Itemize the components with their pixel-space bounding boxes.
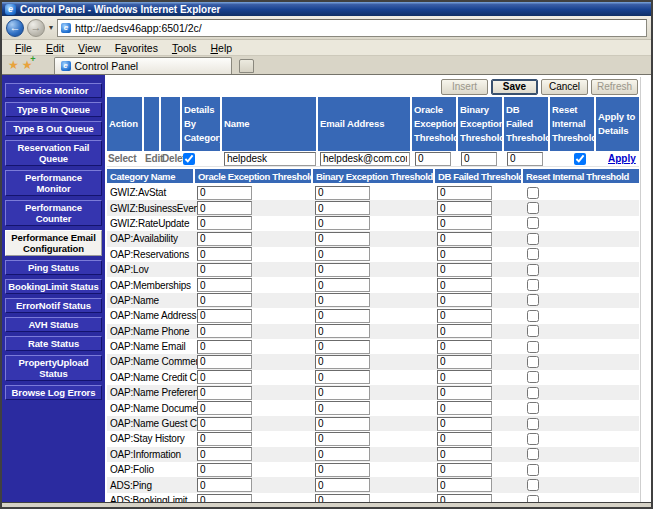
reset-internal-checkbox[interactable] <box>527 418 539 430</box>
binary-threshold-input[interactable] <box>315 386 370 400</box>
db-threshold-input[interactable] <box>437 293 492 307</box>
menu-edit[interactable]: Edit <box>39 42 71 54</box>
sidebar-item-avh-status[interactable]: AVH Status <box>5 317 102 332</box>
db-threshold-input[interactable] <box>437 370 492 384</box>
oracle-threshold-input[interactable] <box>197 247 252 261</box>
oracle-threshold-input[interactable] <box>415 152 451 166</box>
binary-threshold-input[interactable] <box>315 355 370 369</box>
db-threshold-input[interactable] <box>437 417 492 431</box>
db-threshold-input[interactable] <box>437 432 492 446</box>
oracle-threshold-input[interactable] <box>197 447 252 461</box>
oracle-threshold-input[interactable] <box>197 309 252 323</box>
sidebar-item-browse-log-errors[interactable]: Browse Log Errors <box>5 385 102 400</box>
binary-threshold-input[interactable] <box>315 293 370 307</box>
db-threshold-input[interactable] <box>437 232 492 246</box>
binary-threshold-input[interactable] <box>315 340 370 354</box>
menu-tools[interactable]: Tools <box>165 42 204 54</box>
reset-internal-checkbox[interactable] <box>527 464 539 476</box>
oracle-threshold-input[interactable] <box>197 278 252 292</box>
oracle-threshold-input[interactable] <box>197 293 252 307</box>
db-threshold-input[interactable] <box>437 278 492 292</box>
oracle-threshold-input[interactable] <box>197 340 252 354</box>
oracle-threshold-input[interactable] <box>197 432 252 446</box>
reset-internal-checkbox[interactable] <box>527 279 539 291</box>
db-threshold-input[interactable] <box>437 447 492 461</box>
save-button[interactable]: Save <box>491 79 538 95</box>
binary-threshold-input[interactable] <box>315 263 370 277</box>
menu-favorites[interactable]: Favorites <box>108 42 165 54</box>
sidebar-item-type-b-out-queue[interactable]: Type B Out Queue <box>5 121 102 136</box>
binary-threshold-input[interactable] <box>315 278 370 292</box>
sidebar-item-reservation-fail-queue[interactable]: Reservation Fail Queue <box>5 140 102 166</box>
reset-internal-checkbox[interactable] <box>527 202 539 214</box>
binary-threshold-input[interactable] <box>315 370 370 384</box>
sidebar-item-bookinglimit-status[interactable]: BookingLimit Status <box>5 279 102 294</box>
db-threshold-input[interactable] <box>437 263 492 277</box>
binary-threshold-input[interactable] <box>315 417 370 431</box>
history-dropdown-icon[interactable]: ▾ <box>48 23 54 32</box>
reset-internal-checkbox[interactable] <box>527 187 539 199</box>
reset-internal-checkbox[interactable] <box>527 233 539 245</box>
reset-internal-checkbox[interactable] <box>574 153 586 165</box>
sidebar-item-performance-monitor[interactable]: Performance Monitor <box>5 170 102 196</box>
binary-threshold-input[interactable] <box>315 324 370 338</box>
menu-help[interactable]: Help <box>203 42 239 54</box>
oracle-threshold-input[interactable] <box>197 370 252 384</box>
oracle-threshold-input[interactable] <box>197 355 252 369</box>
binary-threshold-input[interactable] <box>315 309 370 323</box>
sidebar-item-type-b-in-queue[interactable]: Type B In Queue <box>5 102 102 117</box>
sidebar-item-performance-email-configuration[interactable]: Performance Email Configuration <box>5 230 102 256</box>
binary-threshold-input[interactable] <box>315 432 370 446</box>
db-threshold-input[interactable] <box>437 309 492 323</box>
oracle-threshold-input[interactable] <box>197 186 252 200</box>
name-input[interactable] <box>224 152 316 166</box>
binary-threshold-input[interactable] <box>315 478 370 492</box>
select-link[interactable]: Select <box>107 153 136 164</box>
oracle-threshold-input[interactable] <box>197 232 252 246</box>
apply-link[interactable]: Apply <box>608 153 636 164</box>
reset-internal-checkbox[interactable] <box>527 495 539 503</box>
reset-internal-checkbox[interactable] <box>527 402 539 414</box>
sidebar-item-ping-status[interactable]: Ping Status <box>5 260 102 275</box>
sidebar-item-performance-counter[interactable]: Performance Counter <box>5 200 102 226</box>
binary-threshold-input[interactable] <box>461 152 497 166</box>
binary-threshold-input[interactable] <box>315 232 370 246</box>
reset-internal-checkbox[interactable] <box>527 433 539 445</box>
oracle-threshold-input[interactable] <box>197 263 252 277</box>
db-threshold-input[interactable] <box>437 463 492 477</box>
db-threshold-input[interactable] <box>437 247 492 261</box>
reset-internal-checkbox[interactable] <box>527 356 539 368</box>
oracle-threshold-input[interactable] <box>197 386 252 400</box>
db-threshold-input[interactable] <box>437 186 492 200</box>
binary-threshold-input[interactable] <box>315 186 370 200</box>
db-threshold-input[interactable] <box>437 401 492 415</box>
db-threshold-input[interactable] <box>437 216 492 230</box>
binary-threshold-input[interactable] <box>315 201 370 215</box>
binary-threshold-input[interactable] <box>315 247 370 261</box>
db-threshold-input[interactable] <box>437 386 492 400</box>
db-threshold-input[interactable] <box>437 355 492 369</box>
sidebar-item-errornotif-status[interactable]: ErrorNotif Status <box>5 298 102 313</box>
address-bar[interactable]: e http://aedsv46app:6501/2c/ <box>57 19 647 37</box>
binary-threshold-input[interactable] <box>315 216 370 230</box>
binary-threshold-input[interactable] <box>315 494 370 503</box>
tab-control-panel[interactable]: e Control Panel <box>54 57 232 74</box>
reset-internal-checkbox[interactable] <box>527 387 539 399</box>
oracle-threshold-input[interactable] <box>197 417 252 431</box>
sidebar-item-service-monitor[interactable]: Service Monitor <box>5 83 102 98</box>
new-tab-button[interactable] <box>239 59 254 73</box>
email-input[interactable] <box>320 152 410 166</box>
binary-threshold-input[interactable] <box>315 463 370 477</box>
reset-internal-checkbox[interactable] <box>527 294 539 306</box>
oracle-threshold-input[interactable] <box>197 401 252 415</box>
db-threshold-input[interactable] <box>437 340 492 354</box>
oracle-threshold-input[interactable] <box>197 494 252 503</box>
binary-threshold-input[interactable] <box>315 401 370 415</box>
back-button[interactable]: ← <box>6 19 24 37</box>
oracle-threshold-input[interactable] <box>197 478 252 492</box>
binary-threshold-input[interactable] <box>315 447 370 461</box>
oracle-threshold-input[interactable] <box>197 463 252 477</box>
favorites-star-icon[interactable]: ★ <box>8 59 19 71</box>
add-favorite-icon[interactable]: ★+ <box>22 59 33 71</box>
reset-internal-checkbox[interactable] <box>527 325 539 337</box>
